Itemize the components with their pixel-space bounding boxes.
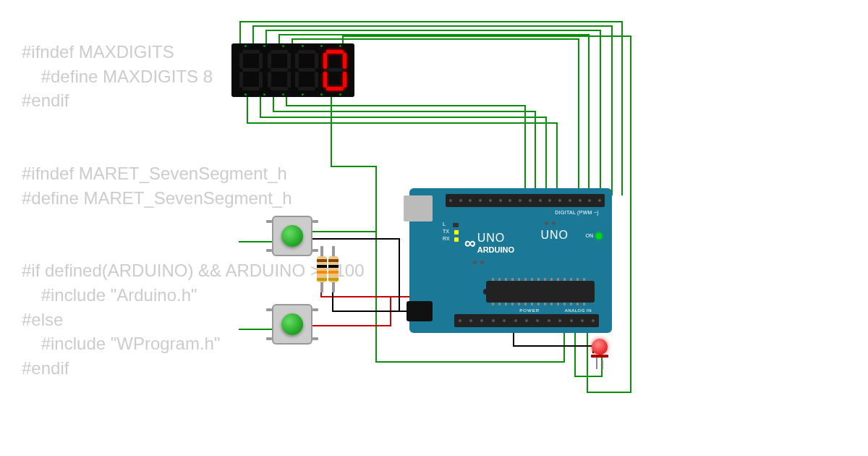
usb-port bbox=[404, 195, 433, 221]
digit-4 bbox=[323, 50, 346, 90]
resistor-1 bbox=[317, 246, 327, 292]
digit-2 bbox=[268, 50, 291, 90]
l-label: L bbox=[443, 221, 446, 227]
l-led-icon bbox=[453, 223, 459, 227]
arduino-uno-board: L TX RX ∞ UNO ARDUINO UNO ON DIGITAL (PW… bbox=[409, 188, 612, 333]
rx-label: RX bbox=[443, 236, 450, 241]
red-led bbox=[592, 339, 608, 359]
seven-segment-display bbox=[231, 43, 354, 97]
digit-1 bbox=[239, 50, 263, 90]
power-analog-pin-header[interactable] bbox=[454, 314, 599, 327]
pushbutton-2[interactable] bbox=[272, 304, 312, 345]
arduino-logo: ∞ UNO ARDUINO bbox=[464, 232, 514, 255]
pushbutton-1[interactable] bbox=[272, 216, 312, 256]
digital-label: DIGITAL (PWM ~) bbox=[555, 210, 599, 215]
analog-label: ANALOG IN bbox=[565, 308, 592, 313]
digit-3 bbox=[295, 50, 318, 90]
on-led-icon bbox=[596, 233, 602, 239]
resistor-2 bbox=[328, 246, 339, 292]
on-label: ON bbox=[586, 233, 594, 238]
model-label: UNO bbox=[540, 229, 569, 242]
tx-led-icon bbox=[454, 230, 459, 235]
digital-pin-header[interactable] bbox=[446, 194, 605, 207]
infinity-icon: ∞ bbox=[464, 234, 473, 253]
power-jack bbox=[407, 301, 433, 321]
rx-led-icon bbox=[454, 237, 459, 242]
tx-label: TX bbox=[443, 229, 449, 234]
atmega-chip bbox=[486, 281, 595, 303]
power-label: POWER bbox=[519, 308, 540, 313]
